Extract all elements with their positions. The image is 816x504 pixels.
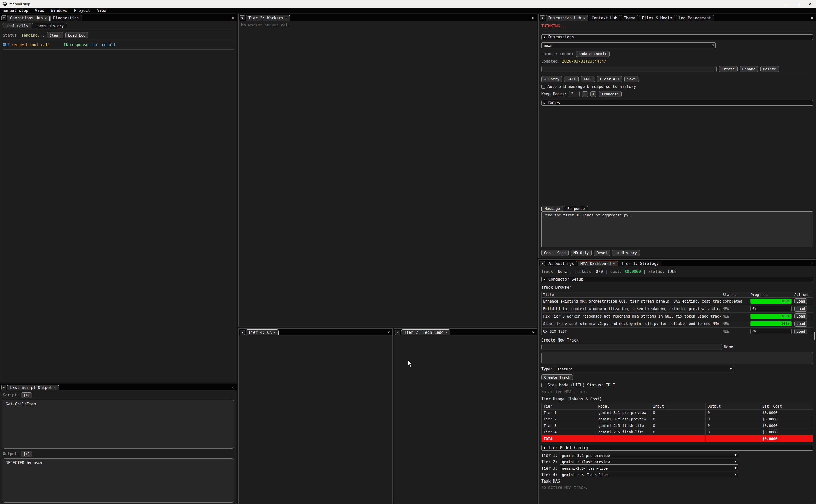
create-button[interactable]: Create xyxy=(719,66,738,72)
panel-close-icon[interactable]: × xyxy=(387,330,391,335)
window-titlebar[interactable]: manual slop — □ ✕ xyxy=(0,0,816,8)
discussion-name-input[interactable] xyxy=(541,66,717,72)
subtab-tool-calls[interactable]: Tool Calls xyxy=(3,23,31,28)
menu-view-2[interactable]: View xyxy=(97,8,106,13)
load-log-button[interactable]: Load Log xyxy=(65,32,88,38)
dock-menu-icon[interactable]: ▼ xyxy=(240,15,245,20)
tab-close-icon[interactable]: × xyxy=(274,330,276,334)
tab-response[interactable]: Response xyxy=(564,206,588,211)
gen-send-button[interactable]: Gen + Send xyxy=(541,250,569,256)
panel-close-icon[interactable]: × xyxy=(810,16,814,21)
load-button[interactable]: Load xyxy=(794,306,807,312)
dock-menu-icon[interactable]: ▼ xyxy=(240,330,245,335)
tab-theme[interactable]: Theme xyxy=(621,15,638,21)
autoadd-checkbox[interactable] xyxy=(541,85,545,89)
panel-close-icon[interactable]: × xyxy=(531,16,535,21)
tab-files-media[interactable]: Files & Media xyxy=(639,15,675,21)
tab-mma-dashboard[interactable]: MMA Dashboard × xyxy=(578,261,618,266)
menu-manual-slop[interactable]: manual slop xyxy=(3,8,28,13)
tier-model-config-header[interactable]: ▼ Tier Model Config xyxy=(541,445,813,451)
rename-button[interactable]: Rename xyxy=(740,66,758,72)
script-output-box[interactable]: REJECTED by user xyxy=(3,458,234,503)
message-textarea[interactable]: Read the first 10 lines of aggregate.py. xyxy=(541,211,813,247)
minus-all-button[interactable]: -All xyxy=(564,76,579,82)
dock-menu-icon[interactable]: ▼ xyxy=(395,330,400,335)
menu-view[interactable]: View xyxy=(35,8,44,13)
track-row[interactable]: UX_SIM_TEST NEW 0% Load xyxy=(542,328,813,335)
add-entry-button[interactable]: + Entry xyxy=(541,76,562,82)
tab-diagnostics[interactable]: Diagnostics xyxy=(50,15,82,21)
tab-close-icon[interactable]: × xyxy=(54,386,56,389)
conductor-setup-header[interactable]: ▶ Conductor Setup xyxy=(541,277,813,282)
load-button[interactable]: Load xyxy=(794,329,807,334)
tab-ai-settings[interactable]: AI Settings xyxy=(546,261,577,266)
track-description-textarea[interactable] xyxy=(541,352,813,364)
tab-context-hub[interactable]: Context Hub xyxy=(589,15,620,21)
plus-all-button[interactable]: +All xyxy=(581,76,595,82)
menu-project[interactable]: Project xyxy=(74,8,90,13)
step-mode-checkbox[interactable] xyxy=(541,383,545,387)
tab-close-icon[interactable]: × xyxy=(613,262,615,265)
tier4-model-select[interactable]: gemini-2.5-flash-lite ▼ xyxy=(560,472,738,477)
tab-tier4-qa[interactable]: Tier 4: QA × xyxy=(246,329,279,335)
dock-menu-icon[interactable]: ▼ xyxy=(1,15,6,20)
tab-tier2-tech-lead[interactable]: Tier 2: Tech Lead × xyxy=(401,329,450,335)
menu-windows[interactable]: Windows xyxy=(51,8,67,13)
scrollbar-thumb[interactable] xyxy=(814,332,815,340)
to-history-button[interactable]: -> History xyxy=(612,250,640,256)
clear-all-button[interactable]: Clear All xyxy=(597,76,622,82)
clear-button[interactable]: Clear xyxy=(47,32,63,38)
tab-close-icon[interactable]: × xyxy=(583,16,585,20)
discussion-branch-select[interactable]: main ▼ xyxy=(541,42,716,48)
load-button[interactable]: Load xyxy=(794,313,807,319)
panel-close-icon[interactable]: × xyxy=(231,385,235,390)
tab-close-icon[interactable]: × xyxy=(446,330,448,334)
roles-section-header[interactable]: ▶ Roles xyxy=(541,100,813,106)
tool-call-log-row[interactable]: OUT request tool_call IN response tool_r… xyxy=(3,43,234,47)
truncate-button[interactable]: Truncate xyxy=(599,91,621,97)
keep-pairs-input[interactable]: 2 xyxy=(569,91,580,97)
tier1-model-select[interactable]: gemini-3.1-pro-preview ▼ xyxy=(560,453,738,458)
script-code-box[interactable]: Get-ChildItem xyxy=(3,400,234,449)
track-row[interactable]: Build UI for context window utilization,… xyxy=(542,305,813,313)
discussions-section-header[interactable]: ▼ Discussions xyxy=(541,34,813,40)
keep-pairs-minus-button[interactable]: - xyxy=(582,91,588,97)
panel-close-icon[interactable]: × xyxy=(231,16,235,21)
output-expand-button[interactable]: [+] xyxy=(21,451,32,457)
tab-close-icon[interactable]: × xyxy=(285,16,287,20)
dock-menu-icon[interactable]: ▼ xyxy=(1,385,6,390)
subtab-comms-history[interactable]: Comms History xyxy=(32,23,67,28)
tab-log-management[interactable]: Log Management xyxy=(676,15,714,21)
keep-pairs-plus-button[interactable]: + xyxy=(590,91,596,97)
update-commit-button[interactable]: Update Commit xyxy=(576,51,610,57)
tab-message[interactable]: Message xyxy=(541,206,563,211)
reset-button[interactable]: Reset xyxy=(594,250,610,256)
tab-close-icon[interactable]: × xyxy=(45,16,47,20)
delete-button[interactable]: Delete xyxy=(760,66,779,72)
tab-discussion-hub[interactable]: Discussion Hub × xyxy=(546,15,588,21)
load-button[interactable]: Load xyxy=(794,298,807,304)
track-name-input[interactable] xyxy=(541,344,722,350)
minimize-icon[interactable]: — xyxy=(780,0,792,8)
track-row[interactable]: Enhance existing MMA orchestration GUI: … xyxy=(542,298,813,305)
dock-menu-icon[interactable]: ▼ xyxy=(540,15,545,20)
maximize-icon[interactable]: □ xyxy=(792,0,804,8)
save-button[interactable]: Save xyxy=(624,76,639,82)
md-only-button[interactable]: MD Only xyxy=(571,250,592,256)
panel-close-icon[interactable]: × xyxy=(810,261,814,266)
close-icon[interactable]: ✕ xyxy=(804,0,816,8)
track-row[interactable]: Stabilize visual_sim_mma_v2.py and mock_… xyxy=(542,320,813,328)
tab-tier1-strategy[interactable]: Tier 1: Strategy xyxy=(619,261,662,266)
dock-menu-icon[interactable]: ▼ xyxy=(540,261,545,266)
panel-close-icon[interactable]: × xyxy=(531,330,535,335)
load-button[interactable]: Load xyxy=(794,321,807,327)
tab-last-script-output[interactable]: Last Script Output × xyxy=(7,385,59,390)
tier3-model-select[interactable]: gemini-2.5-flash-lite ▼ xyxy=(560,466,738,471)
create-track-button[interactable]: Create Track xyxy=(541,374,573,380)
tier2-model-select[interactable]: gemini-3-flash-preview ▼ xyxy=(560,459,738,465)
tab-tier3-workers[interactable]: Tier 3: Workers × xyxy=(246,15,290,21)
track-row[interactable]: Fix Tier 3 worker responses not reaching… xyxy=(542,313,813,320)
script-expand-button[interactable]: [+] xyxy=(21,392,32,398)
track-type-select[interactable]: feature ▼ xyxy=(555,366,733,372)
tab-operations-hub[interactable]: Operations Hub × xyxy=(7,15,50,21)
